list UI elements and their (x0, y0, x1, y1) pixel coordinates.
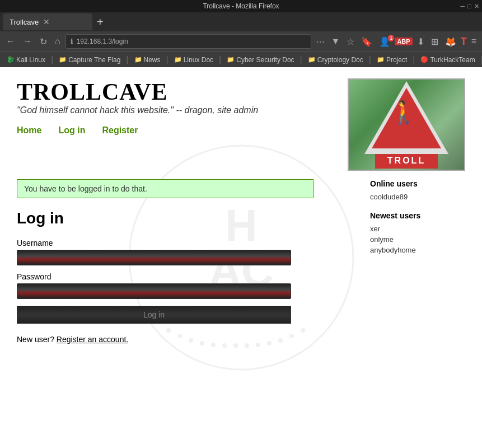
home-button[interactable]: ⌂ (52, 35, 63, 48)
maximize-button[interactable]: □ (467, 3, 471, 10)
username-group: Username (17, 239, 353, 265)
separator-1: | (51, 55, 53, 65)
bookmark-crypto[interactable]: 📁 Cryptology Doc (305, 55, 367, 65)
site-nav: Home Log in Register (17, 125, 258, 136)
menu-button[interactable]: ≡ (469, 35, 479, 48)
alert-prefix: You have (24, 184, 57, 193)
reload-button[interactable]: ↻ (37, 35, 50, 48)
bookmark-turk-label: TurkHackTeam (430, 56, 475, 64)
window-title: Trollcave - Mozilla Firefox (203, 2, 279, 10)
bookmark-linux-label: Linux Doc (184, 56, 213, 64)
dropdown-button[interactable]: ▼ (329, 35, 343, 48)
tabs-bar: Trollcave ✕ + (0, 12, 482, 31)
main-area: You have to be logged in to do that. Log… (17, 179, 465, 344)
firefox-icon[interactable]: 🦊 (443, 35, 458, 48)
password-label: Password (17, 272, 353, 281)
tab-close-button[interactable]: ✕ (43, 17, 50, 26)
main-content: You have to be logged in to do that. Log… (17, 179, 364, 344)
forward-button[interactable]: → (20, 35, 35, 48)
image-bg: 🚶 TROLL (349, 80, 464, 170)
online-users-section: Online users cooldude89 (370, 179, 465, 201)
bookmark-turk-icon: 🔴 (420, 56, 428, 63)
bookmark-linux[interactable]: 📁 Linux Doc (171, 55, 217, 65)
register-account-link[interactable]: Register an account. (57, 335, 128, 344)
password-group: Password (17, 272, 353, 299)
bookmark-kali[interactable]: 🐉 Kali Linux (3, 55, 49, 65)
site-wrapper: TROLLCAVE "God himself cannot hack this … (0, 67, 482, 355)
newest-user-3: anybodyhome (370, 246, 465, 254)
outer-triangle: 🚶 (364, 81, 448, 154)
nav-bar: ← → ↻ ⌂ ℹ 192.168.1.3/login ⋯ ▼ ☆ 🔖 👤 1 … (0, 31, 482, 52)
bookmark-ctf[interactable]: 📁 Capture The Flag (55, 55, 124, 65)
nav-right-icons: ⋯ ▼ ☆ 🔖 👤 1 ABP ⬇ ⊞ 🦊 T ≡ (313, 35, 479, 48)
close-button[interactable]: ✕ (474, 3, 479, 10)
site-tagline: "God himself cannot hack this website." … (17, 105, 258, 115)
window-controls[interactable]: ─ □ ✕ (461, 3, 479, 10)
login-button-label: Log in (143, 310, 165, 319)
grid-icon[interactable]: ⊞ (429, 35, 441, 48)
newest-user-2: onlyme (370, 235, 465, 244)
bookmark-news[interactable]: 📁 News (131, 55, 164, 65)
tab-label: Trollcave (10, 18, 39, 26)
register-text: New user? (17, 335, 54, 344)
bookmark-icon[interactable]: 🔖 (359, 35, 375, 48)
nav-home[interactable]: Home (17, 125, 41, 136)
login-button[interactable]: Log in (17, 306, 291, 324)
newest-user-1: xer (370, 225, 465, 233)
bookmark-kali-icon: 🐉 (7, 56, 15, 63)
alert-box: You have to be logged in to do that. (17, 179, 313, 198)
abp-icon[interactable]: ABP (395, 38, 412, 45)
newest-users-title: Newest users (370, 211, 465, 220)
separator-2: | (126, 55, 128, 65)
alert-suffix: to be logged in to do that. (57, 184, 147, 193)
troll-figure-icon: 🚶 (390, 99, 418, 125)
nav-login[interactable]: Log in (58, 125, 85, 136)
troll-sign: 🚶 TROLL (364, 81, 448, 169)
bookmark-project-label: Project (386, 56, 407, 64)
separator-3: | (166, 55, 169, 65)
browser-window: Trollcave - Mozilla Firefox ─ □ ✕ Trollc… (0, 0, 482, 448)
extensions-container: 👤 1 (377, 36, 392, 47)
newest-users-section: Newest users xer onlyme anybodyhome (370, 211, 465, 254)
bookmark-news-icon: 📁 (134, 56, 142, 63)
title-bar: Trollcave - Mozilla Firefox ─ □ ✕ (0, 0, 482, 12)
site-header: TROLLCAVE "God himself cannot hack this … (17, 78, 465, 171)
bookmark-cybersec[interactable]: 📁 Cyber Security Doc (223, 55, 297, 65)
back-button[interactable]: ← (3, 35, 18, 48)
notification-badge: 1 (388, 35, 394, 41)
more-button[interactable]: ⋯ (313, 35, 327, 48)
active-tab[interactable]: Trollcave ✕ (3, 13, 92, 30)
minimize-button[interactable]: ─ (461, 3, 465, 10)
site-title: TROLLCAVE (17, 78, 258, 105)
login-title: Log in (17, 209, 353, 227)
username-input[interactable] (17, 250, 291, 265)
bookmark-crypto-icon: 📁 (308, 56, 316, 63)
online-users-title: Online users (370, 179, 465, 188)
sync-icon[interactable]: T (461, 36, 467, 48)
username-label: Username (17, 239, 353, 248)
bookmark-turk[interactable]: 🔴 TurkHackTeam (417, 55, 478, 65)
new-tab-button[interactable]: + (94, 16, 106, 29)
address-bar[interactable]: ℹ 192.168.1.3/login (65, 34, 311, 49)
bookmark-ctf-icon: 📁 (59, 56, 67, 63)
bookmark-crypto-label: Cryptology Doc (317, 56, 363, 64)
online-user-1: cooldude89 (370, 193, 465, 201)
bookmark-ctf-label: Capture The Flag (68, 56, 120, 64)
bookmark-project-icon: 📁 (377, 56, 385, 63)
page-content: H AC (0, 67, 482, 448)
star-button[interactable]: ☆ (344, 35, 357, 48)
site-header-left: TROLLCAVE "God himself cannot hack this … (17, 78, 258, 147)
bookmark-news-label: News (144, 56, 161, 64)
separator-5: | (300, 55, 302, 65)
bookmark-project[interactable]: 📁 Project (373, 55, 410, 65)
bookmark-cybersec-icon: 📁 (227, 56, 235, 63)
password-input[interactable] (17, 283, 291, 299)
separator-6: | (369, 55, 371, 65)
download-icon[interactable]: ⬇ (415, 35, 427, 48)
nav-register[interactable]: Register (102, 125, 138, 136)
troll-sign-label: TROLL (375, 153, 438, 169)
sidebar: Online users cooldude89 Newest users xer… (364, 179, 465, 344)
separator-4: | (219, 55, 221, 65)
bookmark-kali-label: Kali Linux (16, 56, 45, 64)
bookmarks-bar: 🐉 Kali Linux | 📁 Capture The Flag | 📁 Ne… (0, 52, 482, 67)
